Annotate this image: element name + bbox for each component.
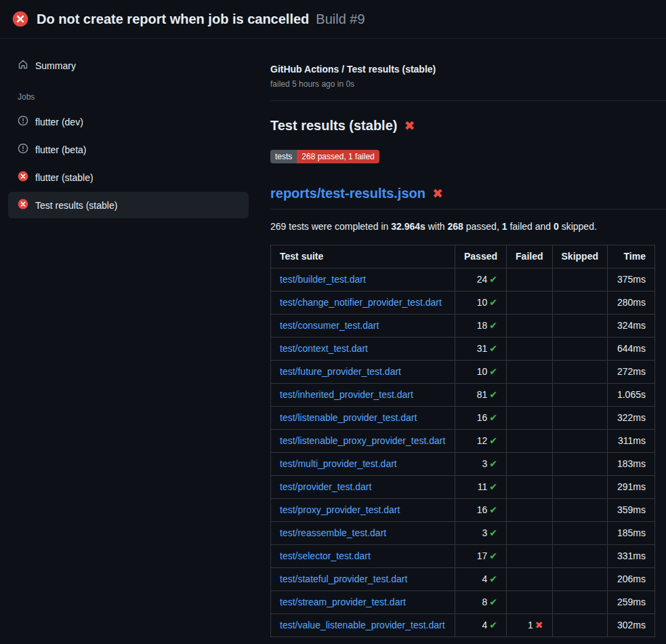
check-icon: ✔ [489,504,497,515]
passed-count: 10 [477,366,488,377]
column-header-passed: Passed [455,245,507,268]
check-icon: ✔ [489,481,497,492]
passed-count: 17 [477,550,488,561]
section-title-text: Test results (stable) [270,118,397,134]
sidebar-item-summary[interactable]: Summary [8,54,249,77]
sidebar-job-flutter-stable[interactable]: flutter (stable) [8,164,249,190]
column-header-test-suite: Test suite [271,245,455,268]
time-value: 280ms [607,291,654,315]
time-value: 183ms [607,453,654,476]
check-icon: ✔ [489,550,497,561]
time-value: 291ms [607,476,654,499]
table-row: test/consumer_test.dart18✔324ms [271,315,655,338]
check-icon: ✔ [489,573,497,584]
report-file-link[interactable]: reports/test-results.json [270,186,425,201]
test-suite-link[interactable]: test/selector_test.dart [280,550,371,561]
tests-status-badge: tests 268 passed, 1 failed [270,150,379,163]
test-suite-link[interactable]: test/builder_test.dart [280,274,366,285]
sidebar-item-label: Summary [35,60,76,71]
divider [270,100,666,101]
time-value: 185ms [607,522,654,545]
table-row: test/proxy_provider_test.dart16✔359ms [271,499,655,522]
test-suite-link[interactable]: test/future_provider_test.dart [280,366,401,377]
passed-count: 31 [477,343,488,354]
neutral-status-icon [18,115,28,128]
test-suite-link[interactable]: test/value_listenable_provider_test.dart [280,620,445,630]
time-value: 375ms [607,268,654,291]
check-icon: ✔ [489,597,497,607]
check-icon: ✔ [489,435,497,446]
table-header-row: Test suite Passed Failed Skipped Time [271,245,655,268]
table-row: test/future_provider_test.dart10✔272ms [271,361,655,384]
test-suite-link[interactable]: test/proxy_provider_test.dart [280,504,400,515]
time-value: 331ms [607,545,654,568]
summary-text: 269 tests were completed in [270,221,391,232]
table-row: test/stream_provider_test.dart8✔259ms [271,591,655,614]
check-icon: ✔ [489,389,497,400]
failed-x-icon: ✖ [404,119,415,132]
jobs-section-heading: Jobs [8,92,249,102]
passed-count: 12 [477,435,488,446]
section-title: Test results (stable) ✖ [270,118,666,134]
time-value: 644ms [607,338,654,361]
table-row: test/stateful_provider_test.dart4✔206ms [271,568,655,591]
results-summary: 269 tests were completed in 32.964s with… [270,221,666,232]
cross-icon: ✖ [535,620,543,630]
time-value: 259ms [607,591,654,614]
test-suite-link[interactable]: test/consumer_test.dart [280,320,379,331]
passed-count: 8 [482,597,488,607]
test-suite-link[interactable]: test/inherited_provider_test.dart [280,389,413,400]
failed-status-circle-icon [18,199,28,212]
breadcrumb: GitHub Actions / Test results (stable) [270,64,666,75]
table-row: test/reassemble_test.dart3✔185ms [271,522,655,545]
test-suite-link[interactable]: test/reassemble_test.dart [280,527,386,538]
table-row: test/change_notifier_provider_test.dart1… [271,291,655,315]
passed-count: 16 [477,504,488,515]
test-suite-link[interactable]: test/context_test.dart [280,343,368,354]
check-run-header: Do not create report when job is cancell… [0,0,666,39]
sidebar-item-label: flutter (beta) [35,144,86,155]
test-suite-link[interactable]: test/provider_test.dart [280,481,371,492]
summary-duration: 32.964s [391,221,425,232]
passed-count: 81 [477,389,488,400]
results-table-body: test/builder_test.dart24✔375mstest/chang… [271,268,655,637]
failed-count: 1 [528,620,533,630]
test-suite-link[interactable]: test/stateful_provider_test.dart [280,573,407,584]
check-run-output: GitHub Actions / Test results (stable) f… [259,39,666,644]
table-row: test/selector_test.dart17✔331ms [271,545,655,568]
test-suite-link[interactable]: test/listenable_proxy_provider_test.dart [280,435,445,446]
table-row: test/inherited_provider_test.dart81✔1.06… [271,384,655,407]
badge-label: tests [270,150,297,163]
passed-count: 11 [478,481,488,492]
test-suite-link[interactable]: test/multi_provider_test.dart [280,458,397,469]
sidebar-job-flutter-beta[interactable]: flutter (beta) [8,136,249,163]
failed-x-icon: ✖ [432,187,443,200]
time-value: 324ms [607,315,654,338]
sidebar-job-flutter-dev[interactable]: flutter (dev) [8,108,249,135]
passed-count: 4 [482,620,488,630]
column-header-failed: Failed [507,245,552,268]
time-value: 359ms [607,499,654,522]
report-title: reports/test-results.json ✖ [270,186,666,209]
check-icon: ✔ [489,366,497,377]
table-row: test/multi_provider_test.dart3✔183ms [271,453,655,476]
check-icon: ✔ [489,274,497,285]
table-row: test/context_test.dart31✔644ms [271,338,655,361]
test-suite-link[interactable]: test/change_notifier_provider_test.dart [280,297,442,308]
time-value: 322ms [607,407,654,430]
neutral-status-icon [18,143,28,156]
passed-count: 4 [482,573,488,584]
failed-status-circle-icon [12,11,28,27]
passed-count: 3 [482,458,488,469]
test-suite-link[interactable]: test/listenable_provider_test.dart [280,412,417,423]
time-value: 272ms [607,361,654,384]
sidebar-job-test-results-stable[interactable]: Test results (stable) [8,192,249,218]
check-icon: ✔ [489,343,497,354]
table-row: test/provider_test.dart11✔291ms [271,476,655,499]
table-row: test/builder_test.dart24✔375ms [271,268,655,291]
passed-count: 18 [477,320,488,331]
time-value: 1.065s [607,384,654,407]
test-suite-link[interactable]: test/stream_provider_test.dart [280,597,406,607]
time-value: 206ms [607,568,654,591]
table-row: test/listenable_proxy_provider_test.dart… [271,430,655,453]
